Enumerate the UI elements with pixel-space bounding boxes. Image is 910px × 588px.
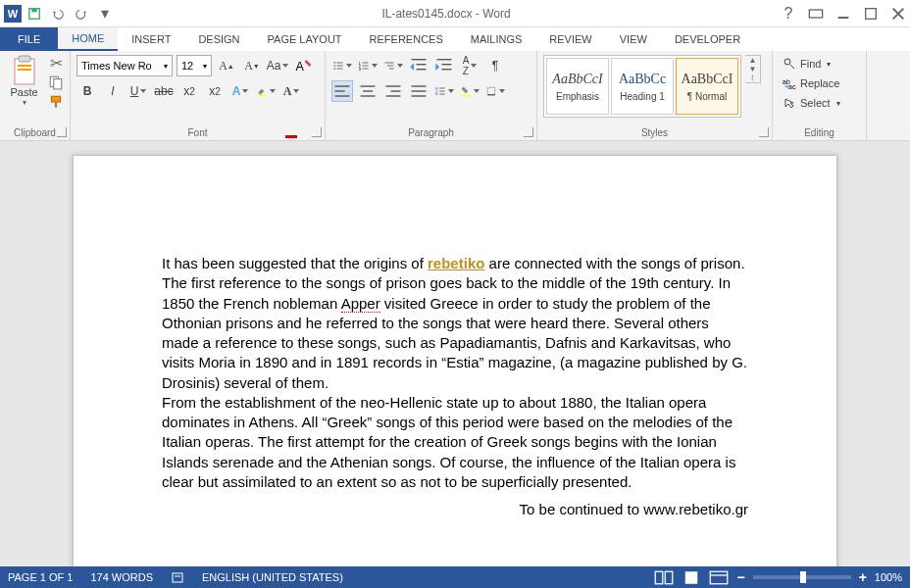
tab-design[interactable]: DESIGN <box>184 27 253 51</box>
minimize-icon[interactable] <box>835 6 851 22</box>
paragraph-1[interactable]: It has been suggested that the origins o… <box>162 254 748 393</box>
tab-references[interactable]: REFERENCES <box>356 27 457 51</box>
hyperlink-rebetiko[interactable]: rebetiko <box>428 255 484 271</box>
zoom-level[interactable]: 100% <box>875 571 902 583</box>
bullets-icon[interactable] <box>331 55 353 76</box>
italic-icon[interactable]: I <box>102 80 124 102</box>
document-page[interactable]: It has been suggested that the origins o… <box>73 155 837 566</box>
superscript-icon[interactable]: x2 <box>204 80 226 102</box>
tab-file[interactable]: FILE <box>0 27 58 51</box>
clipboard-dialog-launcher[interactable] <box>57 127 67 137</box>
tab-home[interactable]: HOME <box>58 27 118 51</box>
styles-group-label: Styles <box>543 125 766 140</box>
zoom-in-button[interactable]: + <box>859 569 867 585</box>
sort-icon[interactable]: AZ <box>459 55 480 76</box>
find-button[interactable]: Find▾ <box>779 55 860 73</box>
clear-formatting-icon[interactable]: A <box>292 55 314 76</box>
underline-icon[interactable]: U <box>127 80 149 102</box>
decrease-indent-icon[interactable] <box>408 55 430 76</box>
web-layout-icon[interactable] <box>709 569 729 585</box>
cut-icon[interactable]: ✂ <box>48 55 64 71</box>
find-icon <box>783 57 796 71</box>
title-bar: W ▾ IL-ates0145.docx - Word ? <box>0 0 910 27</box>
strikethrough-icon[interactable]: abc <box>153 80 175 102</box>
zoom-slider[interactable] <box>753 575 851 579</box>
format-painter-icon[interactable] <box>48 94 64 110</box>
style-normal[interactable]: AaBbCcI ¶ Normal <box>676 58 738 115</box>
status-word-count[interactable]: 174 WORDS <box>90 571 153 583</box>
qat-menu-icon[interactable]: ▾ <box>98 7 112 21</box>
tab-insert[interactable]: INSERT <box>118 27 184 51</box>
read-mode-icon[interactable] <box>654 569 674 585</box>
svg-text:A: A <box>296 60 305 74</box>
maximize-icon[interactable] <box>863 6 879 22</box>
select-button[interactable]: Select▾ <box>779 94 860 112</box>
styles-scroll-up-icon[interactable]: ▲ <box>745 56 760 65</box>
zoom-slider-thumb[interactable] <box>800 571 806 583</box>
text-effects-icon[interactable]: A <box>229 80 251 102</box>
font-size-select[interactable]: 12▾ <box>177 55 212 76</box>
increase-indent-icon[interactable] <box>433 55 455 76</box>
ribbon-display-icon[interactable] <box>808 6 824 22</box>
misspelled-word[interactable]: Apper <box>341 295 380 313</box>
window-title: IL-ates0145.docx - Word <box>112 7 781 21</box>
font-color-icon[interactable]: A <box>280 80 302 102</box>
undo-icon[interactable] <box>51 7 65 21</box>
font-family-select[interactable]: Times New Ro▾ <box>76 55 173 76</box>
bold-icon[interactable]: B <box>76 80 98 102</box>
document-area[interactable]: It has been suggested that the origins o… <box>0 141 910 566</box>
tab-view[interactable]: VIEW <box>606 27 661 51</box>
tab-page-layout[interactable]: PAGE LAYOUT <box>254 27 356 51</box>
svg-point-21 <box>334 68 336 70</box>
svg-rect-12 <box>54 79 62 89</box>
ribbon: Paste ▾ ✂ Clipboard Times New Ro▾ 12▾ A▲… <box>0 51 910 141</box>
line-spacing-icon[interactable] <box>433 80 455 102</box>
style-heading-1[interactable]: AaBbCc Heading 1 <box>611 58 674 115</box>
save-icon[interactable] <box>27 7 41 21</box>
close-icon[interactable] <box>890 6 906 22</box>
paragraph-2[interactable]: From the establishment of the neo-Hellen… <box>162 393 748 492</box>
svg-rect-1 <box>31 8 36 12</box>
borders-icon[interactable] <box>484 80 506 102</box>
status-spellcheck-icon[interactable] <box>171 570 184 584</box>
align-right-icon[interactable] <box>382 80 404 102</box>
help-icon[interactable]: ? <box>781 6 796 22</box>
grow-font-icon[interactable]: A▲ <box>216 55 237 76</box>
svg-rect-53 <box>462 95 471 97</box>
justify-icon[interactable] <box>408 80 430 102</box>
numbering-icon[interactable]: 123 <box>357 55 379 76</box>
font-dialog-launcher[interactable] <box>312 127 322 137</box>
align-center-icon[interactable] <box>357 80 379 102</box>
paragraph-dialog-launcher[interactable] <box>524 127 533 137</box>
print-layout-icon[interactable] <box>682 569 701 585</box>
redo-icon[interactable] <box>75 7 88 21</box>
replace-button[interactable]: abacReplace <box>779 74 860 92</box>
highlight-icon[interactable] <box>255 80 277 102</box>
paste-button[interactable]: Paste ▾ <box>6 55 42 107</box>
align-left-icon[interactable] <box>331 80 353 102</box>
tab-mailings[interactable]: MAILINGS <box>457 27 536 51</box>
paragraph-continued[interactable]: To be continued to www.rebetiko.gr <box>162 500 748 519</box>
group-paragraph: 123 AZ ¶ Paragraph <box>326 51 537 140</box>
styles-expand-icon[interactable]: ⁞ <box>745 74 760 82</box>
change-case-icon[interactable]: Aa <box>267 55 288 76</box>
tab-review[interactable]: REVIEW <box>535 27 605 51</box>
multilevel-list-icon[interactable] <box>382 55 404 76</box>
show-hide-paragraph-icon[interactable]: ¶ <box>484 55 506 76</box>
style-preview: AaBbCcI <box>682 72 733 87</box>
tab-developer[interactable]: DEVELOPER <box>661 27 754 51</box>
window-controls: ? <box>781 6 906 22</box>
copy-icon[interactable] <box>48 74 64 90</box>
zoom-out-button[interactable]: − <box>736 569 744 585</box>
shrink-font-icon[interactable]: A▼ <box>241 55 263 76</box>
clipboard-icon <box>11 55 38 86</box>
style-emphasis[interactable]: AaBbCcI Emphasis <box>546 58 609 115</box>
styles-scroll-down-icon[interactable]: ▼ <box>745 65 760 74</box>
svg-rect-14 <box>55 102 57 108</box>
status-page[interactable]: PAGE 1 OF 1 <box>8 571 73 583</box>
select-icon <box>783 96 796 110</box>
subscript-icon[interactable]: x2 <box>178 80 200 102</box>
status-language[interactable]: ENGLISH (UNITED STATES) <box>202 571 343 583</box>
styles-dialog-launcher[interactable] <box>759 127 769 137</box>
shading-icon[interactable] <box>459 80 480 102</box>
